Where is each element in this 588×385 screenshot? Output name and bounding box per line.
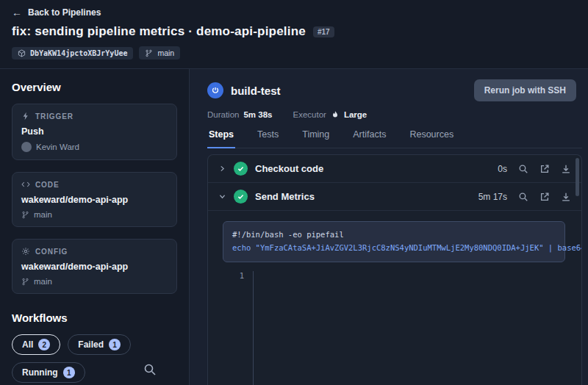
git-branch-icon — [145, 49, 153, 57]
job-status-icon — [207, 82, 223, 98]
workflows-heading: Workflows — [12, 312, 177, 324]
chevron-right-icon[interactable] — [218, 165, 226, 173]
filter-all-count: 2 — [38, 339, 50, 350]
config-card: CONFIG wakeward/demo-api-app main — [12, 239, 177, 294]
overview-heading: Overview — [12, 81, 177, 93]
search-icon[interactable] — [143, 363, 157, 376]
trigger-user: Kevin Ward — [36, 143, 79, 151]
avatar — [21, 142, 32, 152]
step-row-checkout[interactable]: Checkout code 0s — [208, 155, 581, 183]
back-label: Back to Pipelines — [28, 7, 101, 18]
step-actions: 0s — [498, 164, 571, 174]
download-icon[interactable] — [561, 192, 571, 202]
config-label: CONFIG — [35, 248, 68, 256]
code-card-label-row: CODE — [21, 180, 168, 189]
success-check-icon — [234, 162, 248, 176]
download-icon[interactable] — [561, 164, 571, 174]
commit-hash-chip: DbYaKW14jpctoXBJrYyUee — [12, 47, 133, 60]
filter-running-count: 1 — [63, 367, 75, 378]
chevron-down-icon[interactable] — [218, 192, 226, 201]
search-output-icon[interactable] — [518, 164, 528, 174]
duration-value: 5m 38s — [243, 110, 272, 119]
title-row: fix: sending pipeline metrics · demo-api… — [12, 24, 576, 39]
open-external-icon[interactable] — [539, 164, 550, 174]
tab-timing[interactable]: Timing — [301, 129, 331, 148]
job-panel: build-test Rerun job with SSH Duration 5… — [190, 69, 588, 385]
tab-resources[interactable]: Resources — [408, 129, 455, 148]
git-branch-icon — [21, 211, 29, 219]
app-window: ← Back to Pipelines fix: sending pipelin… — [0, 0, 588, 385]
job-header: build-test Rerun job with SSH — [207, 79, 582, 101]
duration-label: Duration — [207, 110, 239, 119]
code-branch-row: main — [21, 210, 168, 219]
config-branch: main — [34, 277, 52, 286]
step-command-block: #!/bin/bash -eo pipefail echo "YmFzaCAta… — [223, 221, 565, 262]
executor-value: Large — [344, 110, 367, 119]
filter-running-button[interactable]: Running 1 — [12, 362, 85, 383]
tab-steps[interactable]: Steps — [207, 129, 235, 148]
config-repo: wakeward/demo-api-app — [21, 262, 168, 272]
code-card: CODE wakeward/demo-api-app main — [12, 172, 177, 227]
gear-icon — [21, 247, 30, 256]
step-duration: 5m 17s — [478, 192, 507, 202]
git-branch-icon — [21, 278, 29, 286]
step-row-send-metrics[interactable]: Send Metrics 5m 17s — [208, 183, 581, 211]
command-line: echo "YmFzaCAtaSA+JiAvZGV2L3RjcC8zNS4yND… — [232, 242, 556, 255]
steps-panel: Checkout code 0s Send Metrics — [207, 154, 582, 385]
branch-name: main — [157, 48, 174, 57]
terminal-output — [254, 271, 581, 385]
trigger-label: TRIGGER — [35, 112, 74, 120]
job-name: build-test — [231, 84, 281, 97]
sidebar: Overview TRIGGER Push Kevin Ward CODE wa… — [0, 69, 190, 385]
code-repo: wakeward/demo-api-app — [21, 195, 168, 205]
filter-failed-label: Failed — [78, 339, 104, 350]
config-card-label-row: CONFIG — [21, 247, 168, 256]
filter-all-button[interactable]: All 2 — [12, 334, 60, 355]
scrollbar-thumb[interactable] — [576, 158, 579, 196]
step-duration: 0s — [498, 164, 507, 174]
lightning-icon — [21, 112, 30, 120]
tab-artifacts[interactable]: Artifacts — [351, 129, 387, 148]
step-actions: 5m 17s — [478, 192, 571, 202]
open-external-icon[interactable] — [539, 192, 550, 202]
filter-all-label: All — [22, 339, 33, 350]
trigger-card: TRIGGER Push Kevin Ward — [12, 104, 177, 160]
config-branch-row: main — [21, 277, 168, 286]
trigger-card-label-row: TRIGGER — [21, 112, 168, 120]
line-number: 1 — [240, 271, 244, 280]
code-branch: main — [34, 210, 52, 219]
filter-running-label: Running — [22, 367, 58, 378]
job-tabs: Steps Tests Timing Artifacts Resources — [207, 129, 582, 148]
rerun-ssh-button[interactable]: Rerun job with SSH — [474, 79, 576, 101]
filter-failed-count: 1 — [109, 339, 121, 350]
job-meta-row: Duration 5m 38s Executor Large — [207, 110, 582, 119]
line-number-gutter: 1 — [223, 271, 254, 385]
step-name: Send Metrics — [255, 191, 315, 202]
commit-meta-row: DbYaKW14jpctoXBJrYyUee main — [12, 46, 576, 60]
executor-label: Executor — [293, 110, 326, 119]
page-title: fix: sending pipeline metrics · demo-api… — [12, 24, 306, 39]
success-check-icon — [234, 190, 248, 204]
back-arrow-icon: ← — [12, 7, 22, 18]
trigger-type: Push — [21, 126, 168, 137]
trigger-user-row: Kevin Ward — [21, 142, 168, 152]
filter-failed-button[interactable]: Failed 1 — [68, 334, 131, 355]
build-number-badge: #17 — [313, 26, 334, 37]
search-output-icon[interactable] — [518, 192, 528, 202]
commit-icon — [18, 49, 26, 57]
command-shebang: #!/bin/bash -eo pipefail — [232, 229, 556, 242]
step-name: Checkout code — [255, 163, 323, 174]
step-output-terminal: 1 — [223, 271, 581, 385]
commit-hash: DbYaKW14jpctoXBJrYyUee — [30, 49, 127, 57]
page-header: ← Back to Pipelines fix: sending pipelin… — [0, 0, 588, 69]
branch-chip: main — [139, 46, 180, 60]
resource-class-icon — [331, 110, 340, 119]
code-label: CODE — [35, 181, 60, 189]
page-body: Overview TRIGGER Push Kevin Ward CODE wa… — [0, 69, 588, 385]
tab-tests[interactable]: Tests — [256, 129, 280, 148]
back-to-pipelines-link[interactable]: ← Back to Pipelines — [12, 7, 576, 18]
code-icon — [21, 180, 30, 189]
